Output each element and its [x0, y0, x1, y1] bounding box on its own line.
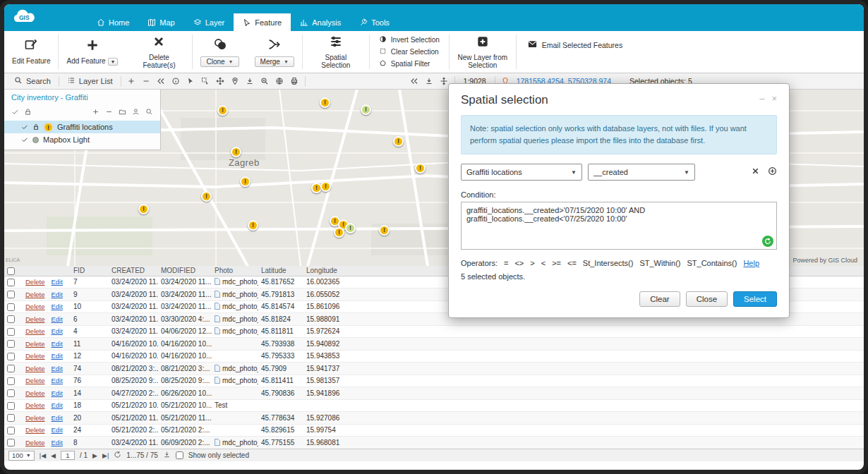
download-tool-icon[interactable]	[243, 75, 257, 87]
row-checkbox[interactable]	[7, 427, 15, 435]
zoom-to-layer-icon[interactable]	[145, 106, 153, 119]
help-link[interactable]: Help	[743, 259, 759, 267]
photo-link[interactable]: mdc_photo_...	[222, 439, 258, 446]
layer-select[interactable]: Graffiti locations▼	[461, 164, 582, 181]
row-checkbox[interactable]	[7, 340, 15, 348]
map-marker[interactable]: !	[379, 225, 390, 236]
export-icon[interactable]	[423, 75, 436, 87]
nav-tab-map[interactable]: Map	[138, 13, 183, 31]
next-page-button[interactable]: ▶	[92, 452, 97, 459]
folder-icon[interactable]	[119, 106, 126, 119]
clone-button[interactable]: Clone▼	[193, 31, 246, 73]
edit-link[interactable]: Edit	[51, 303, 62, 310]
edit-link[interactable]: Edit	[51, 439, 62, 446]
delete-link[interactable]: Delete	[25, 327, 44, 335]
spatial-filter-button[interactable]: Spatial Filter	[379, 59, 440, 68]
last-page-button[interactable]: ▶|	[102, 452, 109, 459]
edit-link[interactable]: Edit	[51, 401, 62, 409]
row-checkbox[interactable]	[7, 328, 15, 336]
row-checkbox[interactable]	[7, 402, 15, 410]
merge-button[interactable]: Merge▼	[247, 31, 302, 73]
photo-link[interactable]: mdc_photo_...	[222, 278, 258, 286]
search-button[interactable]: Search	[10, 75, 55, 87]
edit-link[interactable]: Edit	[51, 414, 62, 422]
field-select[interactable]: __created▼	[588, 164, 695, 181]
delete-link[interactable]: Delete	[25, 426, 44, 434]
nav-tab-home[interactable]: Home	[88, 13, 138, 31]
row-checkbox[interactable]	[7, 389, 15, 397]
select-button[interactable]: Select	[733, 291, 777, 307]
refresh-icon[interactable]	[114, 451, 121, 460]
row-checkbox[interactable]	[7, 279, 15, 286]
minimize-icon[interactable]: –	[759, 93, 764, 104]
map-marker[interactable]: !	[320, 97, 330, 108]
add-condition-icon[interactable]	[768, 166, 777, 178]
page-size-select[interactable]: 100▼	[8, 451, 35, 461]
cursor-tool-icon[interactable]	[184, 75, 198, 87]
collapse-panel-icon[interactable]	[408, 75, 421, 87]
clear-button[interactable]: Clear	[639, 291, 680, 307]
globe-icon[interactable]	[273, 75, 287, 87]
map-marker[interactable]: !	[393, 136, 404, 147]
marker-tool-icon[interactable]	[229, 75, 242, 87]
column-header-fid[interactable]: FID	[71, 266, 109, 276]
photo-link[interactable]: mdc_photo_...	[222, 377, 258, 384]
map-marker[interactable]: !	[361, 104, 371, 115]
first-page-button[interactable]: |◀	[40, 452, 46, 459]
remove-condition-icon[interactable]	[751, 166, 760, 178]
close-button[interactable]: Close	[686, 291, 728, 307]
show-only-selected-checkbox[interactable]	[176, 451, 183, 459]
delete-link[interactable]: Delete	[25, 377, 44, 384]
row-checkbox[interactable]	[7, 414, 15, 422]
collapse-left-icon[interactable]	[155, 75, 168, 87]
operator-token[interactable]: <=	[567, 259, 577, 267]
column-header-created[interactable]: CREATED	[109, 266, 158, 276]
operator-token[interactable]: St_Intersects()	[583, 259, 634, 267]
add-feature-button[interactable]: Add Feature▼	[59, 31, 126, 73]
operator-token[interactable]: >	[530, 259, 534, 267]
edit-link[interactable]: Edit	[51, 426, 62, 434]
spatial-selection-button[interactable]: Spatial Selection	[303, 31, 369, 73]
edit-feature-button[interactable]: Edit Feature	[4, 31, 58, 73]
delete-feature-button[interactable]: Delete Feature(s)	[126, 31, 192, 73]
operator-token[interactable]: ST_Within()	[639, 259, 680, 267]
remove-layer-icon[interactable]	[105, 106, 113, 119]
delete-link[interactable]: Delete	[25, 401, 44, 409]
map-marker[interactable]: !	[334, 227, 344, 238]
photo-link[interactable]: mdc_photo_...	[222, 315, 258, 323]
add-layer-icon[interactable]	[92, 106, 100, 119]
edit-link[interactable]: Edit	[51, 315, 62, 323]
zoom-in-button[interactable]	[125, 75, 138, 87]
layer-list-button[interactable]: Layer List	[63, 75, 117, 87]
row-checkbox[interactable]	[7, 353, 15, 360]
map-marker[interactable]: !	[345, 223, 356, 233]
operator-token[interactable]: <	[541, 259, 545, 267]
delete-link[interactable]: Delete	[25, 315, 44, 323]
pan-tool-icon[interactable]	[214, 75, 227, 87]
lock-all-icon[interactable]	[24, 106, 32, 119]
refresh-condition-icon[interactable]	[762, 236, 773, 247]
user-icon[interactable]	[132, 106, 140, 119]
edit-link[interactable]: Edit	[51, 365, 62, 372]
operator-token[interactable]: ST_Contains()	[687, 259, 737, 267]
edit-link[interactable]: Edit	[51, 278, 62, 286]
row-checkbox[interactable]	[7, 365, 15, 372]
delete-link[interactable]: Delete	[25, 303, 44, 310]
map-marker[interactable]: !	[248, 220, 258, 231]
new-layer-from-selection-button[interactable]: New Layer from Selection	[450, 31, 516, 73]
delete-link[interactable]: Delete	[25, 414, 44, 422]
delete-link[interactable]: Delete	[25, 439, 44, 446]
row-checkbox[interactable]	[7, 439, 15, 446]
map-marker[interactable]: !	[201, 191, 212, 202]
map-marker[interactable]: !	[217, 105, 228, 116]
layer-item[interactable]: !Graffiti locations	[4, 121, 160, 133]
row-checkbox[interactable]	[7, 315, 15, 323]
column-header-photo[interactable]: Photo	[212, 266, 258, 276]
delete-link[interactable]: Delete	[25, 278, 44, 286]
select-box-tool-icon[interactable]	[199, 75, 212, 87]
column-header-longitude[interactable]: Longitude	[303, 266, 353, 276]
nav-tab-tools[interactable]: Tools	[350, 13, 399, 31]
clear-selection-button[interactable]: Clear Selection	[379, 47, 440, 56]
photo-link[interactable]: mdc_photo_...	[222, 365, 258, 372]
prev-page-button[interactable]: ◀	[51, 452, 56, 459]
